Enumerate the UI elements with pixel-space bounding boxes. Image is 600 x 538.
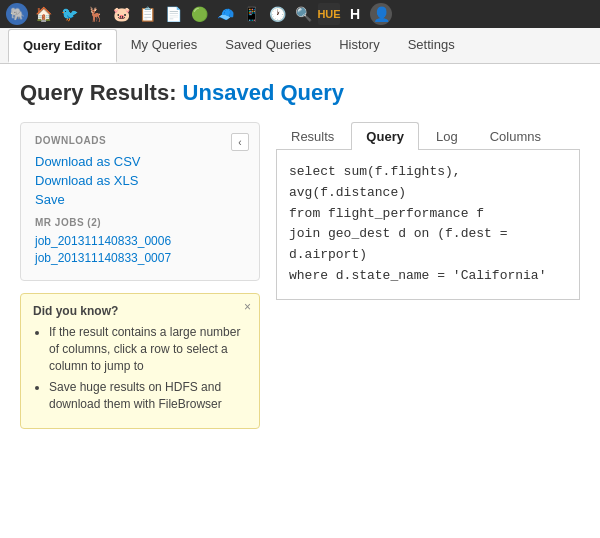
main-content: Query Results: Unsaved Query DOWNLOADS ‹… [0, 64, 600, 445]
nav-bar: Query Editor My Queries Saved Queries Hi… [0, 28, 600, 64]
system-icon-clipboard2[interactable]: 📄 [162, 3, 184, 25]
tip-box: Did you know? × If the result contains a… [20, 293, 260, 429]
system-icon-search[interactable]: 🔍 [292, 3, 314, 25]
tab-settings[interactable]: Settings [394, 29, 469, 62]
system-icon-user[interactable]: 👤 [370, 3, 392, 25]
system-icon-clock[interactable]: 🕐 [266, 3, 288, 25]
system-bar: 🐘 🏠 🐦 🦌 🐷 📋 📄 🟢 🧢 📱 🕐 🔍 HUE H 👤 [0, 0, 600, 28]
right-panel: Results Query Log Columns select sum(f.f… [276, 122, 580, 429]
system-icon-hue[interactable]: HUE [318, 3, 340, 25]
query-tabs: Results Query Log Columns [276, 122, 580, 150]
mr-jobs-section: MR JOBS (2) job_201311140833_0006 job_20… [35, 217, 245, 265]
tip-close-button[interactable]: × [244, 300, 251, 314]
tip-title: Did you know? [33, 304, 247, 318]
system-icon-home[interactable]: 🏠 [32, 3, 54, 25]
page-title-highlight: Unsaved Query [183, 80, 344, 105]
downloads-label: DOWNLOADS [35, 135, 245, 146]
tip-item-0: If the result contains a large number of… [49, 324, 247, 374]
tip-item-1: Save huge results on HDFS and download t… [49, 379, 247, 413]
system-icon-phone[interactable]: 📱 [240, 3, 262, 25]
system-icon-elephant[interactable]: 🐘 [6, 3, 28, 25]
downloads-box: DOWNLOADS ‹ Download as CSV Download as … [20, 122, 260, 281]
query-content: select sum(f.flights), avg(f.distance)fr… [276, 150, 580, 300]
system-icon-bird[interactable]: 🐦 [58, 3, 80, 25]
download-csv-link[interactable]: Download as CSV [35, 154, 245, 169]
job-link-0[interactable]: job_201311140833_0006 [35, 234, 245, 248]
results-tab[interactable]: Results [276, 122, 349, 150]
system-icon-deer[interactable]: 🦌 [84, 3, 106, 25]
tab-saved-queries[interactable]: Saved Queries [211, 29, 325, 62]
download-xls-link[interactable]: Download as XLS [35, 173, 245, 188]
system-icon-hat[interactable]: 🧢 [214, 3, 236, 25]
system-icon-clipboard[interactable]: 📋 [136, 3, 158, 25]
query-tab[interactable]: Query [351, 122, 419, 150]
columns-tab[interactable]: Columns [475, 122, 556, 150]
left-panel: DOWNLOADS ‹ Download as CSV Download as … [20, 122, 260, 429]
save-link[interactable]: Save [35, 192, 245, 207]
tab-history[interactable]: History [325, 29, 393, 62]
collapse-button[interactable]: ‹ [231, 133, 249, 151]
tip-list: If the result contains a large number of… [33, 324, 247, 413]
page-title-prefix: Query Results: [20, 80, 183, 105]
system-icon-h[interactable]: H [344, 3, 366, 25]
page-title: Query Results: Unsaved Query [20, 80, 580, 106]
system-icon-green[interactable]: 🟢 [188, 3, 210, 25]
content-area: DOWNLOADS ‹ Download as CSV Download as … [20, 122, 580, 429]
tab-my-queries[interactable]: My Queries [117, 29, 211, 62]
job-link-1[interactable]: job_201311140833_0007 [35, 251, 245, 265]
tab-query-editor[interactable]: Query Editor [8, 29, 117, 63]
system-icon-pig[interactable]: 🐷 [110, 3, 132, 25]
mr-jobs-label: MR JOBS (2) [35, 217, 245, 228]
log-tab[interactable]: Log [421, 122, 473, 150]
